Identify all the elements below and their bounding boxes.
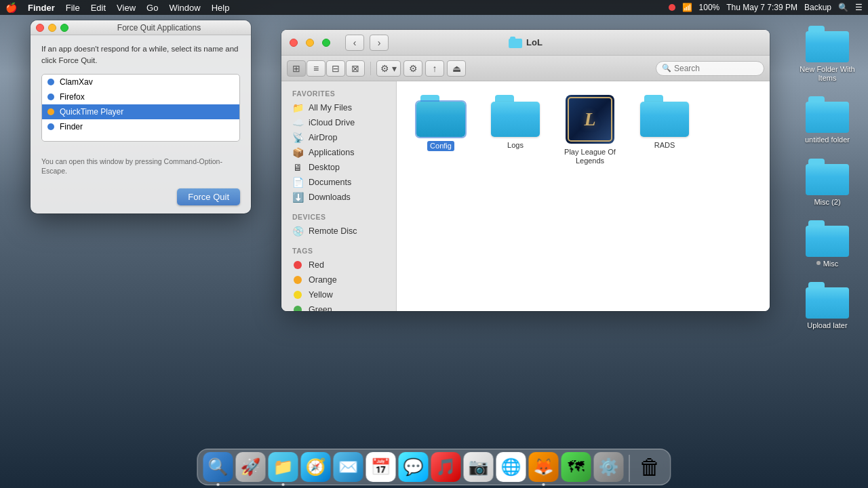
dock-app-messages[interactable]: 💬 xyxy=(399,452,429,482)
trash-icon: 🗑 xyxy=(639,455,661,480)
dock-app-firefox[interactable]: 🦊 xyxy=(529,452,559,482)
arrange-button[interactable]: ⚙ ▾ xyxy=(376,60,401,77)
list-icon[interactable]: ☰ xyxy=(855,3,863,12)
lol-app-label: Play League Of Legends xyxy=(559,148,620,165)
battery-display: 100% xyxy=(699,3,720,12)
column-view-button[interactable]: ⊟ xyxy=(326,60,345,77)
app-item-quicktime[interactable]: QuickTime Player xyxy=(42,104,239,119)
maximize-button[interactable] xyxy=(60,24,68,32)
desktop-icon-misc2[interactable]: Misc (2) xyxy=(793,159,861,207)
menu-finder[interactable]: Finder xyxy=(28,3,55,13)
list-view-button[interactable]: ≡ xyxy=(307,60,326,77)
desktop-icon-new-folder[interactable]: New Folder With Items xyxy=(793,26,861,83)
sidebar-item-airdrop[interactable]: 📡 AirDrop xyxy=(281,130,396,145)
dock-app-trash[interactable]: 🗑 xyxy=(635,452,665,482)
finder-minimize-button[interactable] xyxy=(306,39,314,47)
search-icon[interactable]: 🔍 xyxy=(838,3,848,12)
force-quit-button[interactable]: Force Quit xyxy=(177,188,240,205)
menu-help[interactable]: Help xyxy=(212,3,230,13)
icon-view-button[interactable]: ⊞ xyxy=(287,60,306,77)
sidebar-label: Red xyxy=(309,260,324,270)
airdrop-icon: 📡 xyxy=(292,132,303,143)
dock-app-calendar[interactable]: 📅 xyxy=(366,452,396,482)
applications-icon: 📦 xyxy=(292,147,303,158)
chrome-icon: 🌐 xyxy=(501,458,521,476)
recording-icon xyxy=(669,4,675,11)
sidebar-item-tag-yellow[interactable]: Yellow xyxy=(281,287,396,302)
app-item-clamxav[interactable]: ClamXav xyxy=(42,75,239,89)
menu-view[interactable]: View xyxy=(117,3,136,13)
dock-app-mail[interactable]: ✉️ xyxy=(334,452,363,482)
sidebar-item-applications[interactable]: 📦 Applications xyxy=(281,145,396,160)
files-running-dot xyxy=(282,483,285,486)
search-bar[interactable]: 🔍 xyxy=(656,61,764,76)
finder-item-lol[interactable]: L Play League Of Legends xyxy=(559,95,620,165)
coverflow-view-button[interactable]: ⊠ xyxy=(346,60,365,77)
finder-main[interactable]: Config Logs L Play League Of Legends xyxy=(397,81,770,311)
share-button[interactable]: ↑ xyxy=(425,60,444,77)
finder-running-dot xyxy=(217,483,220,486)
sidebar-item-tag-orange[interactable]: Orange xyxy=(281,272,396,287)
dock-app-files[interactable]: 📁 xyxy=(269,452,298,482)
search-input[interactable] xyxy=(674,64,755,73)
app-name: Firefox xyxy=(60,92,85,102)
app-name: ClamXav xyxy=(60,77,93,87)
desktop-icon-label: Misc (2) xyxy=(814,198,840,207)
sidebar-label: Downloads xyxy=(309,192,351,202)
eject-button[interactable]: ⏏ xyxy=(447,60,466,77)
desktop-icon-upload[interactable]: Upload later xyxy=(793,282,861,330)
finder-item-config[interactable]: Config xyxy=(410,95,471,165)
logs-folder-icon xyxy=(491,95,540,137)
dock-app-photos[interactable]: 📷 xyxy=(464,452,494,482)
app-item-finder[interactable]: Finder xyxy=(42,119,239,134)
sidebar-label: Documents xyxy=(309,178,351,187)
finder-item-rads[interactable]: RADS xyxy=(634,95,695,165)
finder-close-button[interactable] xyxy=(290,39,298,47)
sidebar-item-all-my-files[interactable]: 📁 All My Files xyxy=(281,100,396,115)
dock-app-launchpad[interactable]: 🚀 xyxy=(236,452,266,482)
backup-label: Backup xyxy=(804,3,831,12)
app-item-firefox[interactable]: Firefox xyxy=(42,89,239,104)
menu-edit[interactable]: Edit xyxy=(91,3,106,13)
finder-toolbar: ⊞ ≡ ⊟ ⊠ ⚙ ▾ ⚙ ↑ ⏏ 🔍 xyxy=(281,56,770,81)
sidebar-item-remote-disc[interactable]: 💿 Remote Disc xyxy=(281,224,396,239)
title-folder-icon xyxy=(509,37,522,48)
app-name: Finder xyxy=(60,122,83,131)
sidebar-item-documents[interactable]: 📄 Documents xyxy=(281,175,396,190)
menu-go[interactable]: Go xyxy=(146,3,158,13)
misc2-folder-icon xyxy=(806,159,849,195)
desktop-icon-misc[interactable]: Misc xyxy=(793,220,861,268)
sidebar-section-favorites: Favorites xyxy=(281,87,396,100)
action-button[interactable]: ⚙ xyxy=(403,60,422,77)
desktop-icon-label: untitled folder xyxy=(805,136,850,144)
finder-item-logs[interactable]: Logs xyxy=(485,95,546,165)
dialog-footer: Force Quit xyxy=(31,188,251,214)
menu-file[interactable]: File xyxy=(66,3,80,13)
back-button[interactable]: ‹ xyxy=(345,35,364,51)
sidebar-label: Desktop xyxy=(309,163,340,172)
dock-app-settings[interactable]: ⚙️ xyxy=(594,452,624,482)
close-button[interactable] xyxy=(36,24,44,32)
apple-menu[interactable]: 🍎 xyxy=(5,2,17,13)
finder-maximize-button[interactable] xyxy=(322,39,330,47)
minimize-button[interactable] xyxy=(48,24,56,32)
sidebar-item-tag-red[interactable]: Red xyxy=(281,258,396,272)
dock-app-chrome[interactable]: 🌐 xyxy=(496,452,526,482)
menu-window[interactable]: Window xyxy=(169,3,200,13)
dock-app-maps[interactable]: 🗺 xyxy=(561,452,591,482)
sidebar-item-downloads[interactable]: ⬇️ Downloads xyxy=(281,190,396,205)
desktop-icon-untitled[interactable]: untitled folder xyxy=(793,96,861,144)
dock-app-music[interactable]: 🎵 xyxy=(431,452,461,482)
menubar-left: 🍎 Finder File Edit View Go Window Help xyxy=(5,2,229,13)
clock: Thu May 7 7:39 PM xyxy=(726,3,797,12)
untitled-folder-icon xyxy=(806,96,849,133)
lol-app-icon: L xyxy=(566,95,614,144)
sidebar-item-icloud-drive[interactable]: ☁️ iCloud Drive xyxy=(281,115,396,130)
dock-app-safari[interactable]: 🧭 xyxy=(301,452,331,482)
dock-app-finder[interactable]: 🔍 xyxy=(203,452,233,482)
sidebar-item-desktop[interactable]: 🖥 Desktop xyxy=(281,160,396,175)
forward-button[interactable]: › xyxy=(370,35,389,51)
app-list[interactable]: ClamXav Firefox QuickTime Player Finder xyxy=(41,74,240,142)
menubar: 🍎 Finder File Edit View Go Window Help 📶… xyxy=(0,0,868,15)
sidebar-item-tag-green[interactable]: Green xyxy=(281,302,396,311)
